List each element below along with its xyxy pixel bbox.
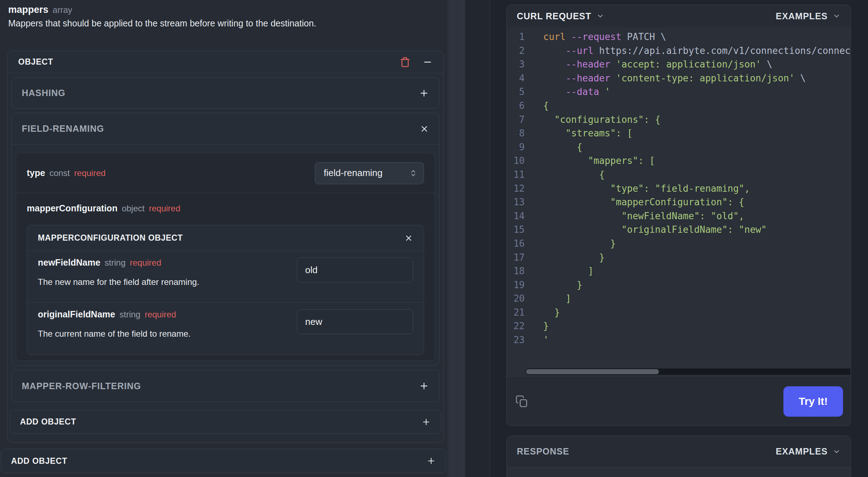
field-renaming-body: type const required field-renaming [12,145,439,365]
curl-request-title: CURL REQUEST [517,11,591,21]
section-mapper-row-filtering[interactable]: MAPPER-ROW-FILTERING [11,370,439,402]
mapper-configuration-section: mapperConfiguration object required MAPP… [16,193,435,361]
field-kind: string [120,310,141,320]
object-card: OBJECT HASHING FIELD-RENAMING [7,51,444,443]
add-object-button[interactable]: ADD OBJECT [10,410,441,434]
required-badge: required [130,258,161,268]
response-card: RESPONSE EXAMPLES [506,436,851,477]
property-description: Mappers that should be applied to the st… [8,18,448,29]
field-info: newFieldName string required The new nam… [38,257,199,302]
plus-icon [419,88,429,98]
type-select[interactable]: field-renaming [315,162,424,184]
api-client-panel: CURL REQUEST EXAMPLES 1curl --request PA… [490,0,868,477]
object-card-header: OBJECT [7,51,443,73]
horizontal-scrollbar[interactable] [525,368,851,375]
collapse-object-button[interactable] [423,57,433,67]
newfieldname-input[interactable] [297,257,413,282]
trash-icon [400,57,410,67]
minus-icon [423,57,433,67]
property-title-row: mappers array [0,0,448,15]
plus-icon [419,381,429,391]
section-mapper-row-filtering-title: MAPPER-ROW-FILTERING [22,381,419,391]
select-updown-icon [409,169,418,178]
field-name: newFieldName [38,257,100,268]
mapper-configuration-card-title: MAPPERCONFIGURATION OBJECT [38,233,404,243]
property-name: mappers [8,4,49,15]
chevron-down-icon [833,12,841,20]
field-kind: string [105,258,126,268]
delete-object-button[interactable] [400,57,410,67]
remove-field-renaming-button[interactable] [420,124,429,134]
field-kind: const [49,168,70,178]
type-field-row: type const required field-renaming [16,153,435,193]
copy-icon [515,395,528,408]
field-label: newFieldName string required [38,257,199,268]
required-badge: required [145,310,176,320]
gutter-divider [457,0,457,477]
add-object-button-outer[interactable]: ADD OBJECT [1,449,446,473]
originalfieldname-input[interactable] [297,309,413,334]
scrollbar-thumb[interactable] [526,369,659,374]
property-type-badge: array [53,5,72,15]
mapper-configuration-label: mapperConfiguration object required [27,203,424,214]
panel-resize-gutter[interactable] [449,0,465,477]
field-renaming-fields: type const required field-renaming [16,153,435,361]
section-hashing-title: HASHING [22,88,419,98]
field-description: The current name of the field to rename. [38,329,191,339]
required-badge: required [74,168,106,178]
object-card-title: OBJECT [18,57,400,67]
curl-request-footer: Try It! [507,377,851,426]
field-kind: object [122,204,145,214]
middle-spacer [466,0,490,477]
add-object-label: ADD OBJECT [11,456,427,466]
code-lines: 1curl --request PATCH \2 --url https://a… [507,30,851,347]
schema-panel: mappers array Mappers that should be app… [0,0,448,477]
examples-label: EXAMPLES [776,11,828,21]
chevron-down-icon [833,448,841,456]
close-icon [404,234,413,242]
mapper-configuration-card-header: MAPPERCONFIGURATION OBJECT [27,225,424,251]
examples-label: EXAMPLES [776,446,828,457]
try-it-button[interactable]: Try It! [783,386,843,417]
response-examples-dropdown[interactable]: EXAMPLES [776,446,841,457]
section-hashing[interactable]: HASHING [11,77,439,109]
field-row-originalfieldname: originalFieldName string required The cu… [27,303,424,355]
request-examples-dropdown[interactable]: EXAMPLES [776,11,841,21]
field-info: originalFieldName string required The cu… [38,309,191,355]
type-field-label: type const required [27,168,106,178]
close-mapper-configuration-button[interactable] [404,234,413,242]
section-field-renaming: FIELD-RENAMING type const required [11,113,439,366]
curl-request-header: CURL REQUEST EXAMPLES [507,5,851,27]
request-language-dropdown[interactable]: CURL REQUEST [517,11,604,21]
field-name: originalFieldName [38,309,115,320]
curl-request-card: CURL REQUEST EXAMPLES 1curl --request PA… [506,5,851,426]
chevron-down-icon [596,12,604,20]
field-name: mapperConfiguration [27,203,117,214]
response-body [507,467,851,477]
plus-icon [427,456,436,466]
required-badge: required [149,204,180,214]
field-name: type [27,168,45,178]
field-description: The new name for the field after renamin… [38,277,199,287]
plus-icon [422,417,431,427]
field-label: originalFieldName string required [38,309,191,320]
mapper-configuration-card: MAPPERCONFIGURATION OBJECT [27,225,424,355]
close-icon [420,124,429,134]
field-row-newfieldname: newFieldName string required The new nam… [27,251,424,303]
field-renaming-title: FIELD-RENAMING [22,124,420,134]
copy-button[interactable] [515,395,528,408]
code-editor[interactable]: 1curl --request PATCH \2 --url https://a… [507,27,851,377]
response-title: RESPONSE [517,446,569,457]
field-renaming-header: FIELD-RENAMING [12,113,439,145]
type-select-value: field-renaming [324,167,409,179]
add-object-label: ADD OBJECT [20,417,422,427]
response-header: RESPONSE EXAMPLES [507,436,851,467]
